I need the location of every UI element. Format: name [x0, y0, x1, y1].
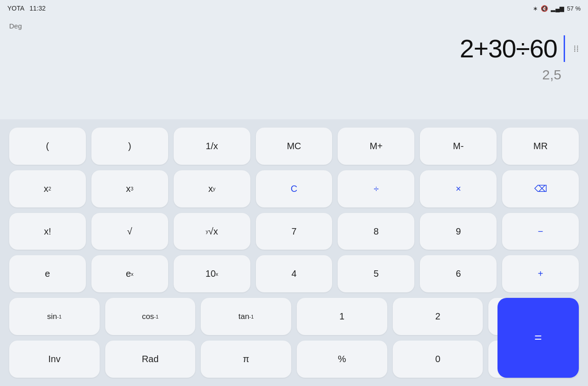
ten-power-button[interactable]: 10x — [174, 255, 250, 292]
cursor — [564, 35, 565, 62]
reciprocal-button[interactable]: 1/x — [174, 128, 250, 165]
menu-button[interactable]: ⁞⁞ — [573, 43, 579, 54]
carrier: YOTA — [7, 5, 24, 12]
key-row-5: Inv Rad π % 0 , — [9, 341, 579, 378]
status-bar: YOTA 11:32 ∗ 🔇 ▂▄▆ 57 % — [0, 0, 588, 17]
battery: 57 % — [567, 5, 581, 12]
inverse-button[interactable]: Inv — [9, 341, 100, 378]
display-area: Deg 2+30÷60 ⁞⁞ 2,5 — [0, 17, 588, 119]
radians-button[interactable]: Rad — [105, 341, 196, 378]
bluetooth-icon: ∗ — [533, 5, 538, 12]
key-row-0: ( ) 1/x MC M+ M- MR — [9, 128, 579, 165]
exp-button[interactable]: ex — [91, 255, 168, 292]
seven-button[interactable]: 7 — [256, 213, 333, 250]
five-button[interactable]: 5 — [338, 255, 414, 292]
multiply-button[interactable]: × — [420, 170, 497, 207]
arctan-button[interactable]: tan-1 — [201, 298, 291, 335]
minus-button[interactable]: − — [502, 213, 579, 250]
pi-button[interactable]: π — [201, 341, 291, 378]
eight-button[interactable]: 8 — [338, 213, 414, 250]
key-row-4: sin-1 cos-1 tan-1 1 2 3 — [9, 298, 579, 335]
signal-icon: ▂▄▆ — [551, 5, 564, 12]
mute-icon: 🔇 — [541, 5, 548, 12]
plus-button[interactable]: + — [502, 255, 579, 292]
status-icons: ∗ 🔇 ▂▄▆ 57 % — [533, 5, 581, 12]
factorial-button[interactable]: x! — [9, 213, 86, 250]
deg-label: Deg — [9, 22, 579, 30]
key-row-2: x! √ y√x 7 8 9 − — [9, 213, 579, 250]
backspace-button[interactable]: ⌫ — [502, 170, 579, 207]
memory-recall-button[interactable]: MR — [502, 128, 579, 165]
zero-button[interactable]: 0 — [393, 341, 483, 378]
percent-button[interactable]: % — [297, 341, 387, 378]
memory-add-button[interactable]: M+ — [338, 128, 414, 165]
square-button[interactable]: x2 — [9, 170, 86, 207]
arcsin-button[interactable]: sin-1 — [9, 298, 100, 335]
two-button[interactable]: 2 — [393, 298, 483, 335]
power-button[interactable]: xy — [174, 170, 250, 207]
memory-sub-button[interactable]: M- — [420, 128, 497, 165]
four-button[interactable]: 4 — [256, 255, 333, 292]
arccos-button[interactable]: cos-1 — [105, 298, 196, 335]
memory-clear-button[interactable]: MC — [256, 128, 333, 165]
one-button[interactable]: 1 — [297, 298, 387, 335]
expression-display: 2+30÷60 — [460, 34, 557, 63]
nth-root-button[interactable]: y√x — [174, 213, 250, 250]
expression-row: 2+30÷60 ⁞⁞ — [9, 34, 579, 63]
divide-button[interactable]: ÷ — [338, 170, 414, 207]
result-display: 2,5 — [9, 67, 579, 83]
cube-button[interactable]: x3 — [91, 170, 168, 207]
time: 11:32 — [29, 5, 45, 12]
clear-button[interactable]: C — [256, 170, 333, 207]
sqrt-button[interactable]: √ — [91, 213, 168, 250]
euler-button[interactable]: e — [9, 255, 86, 292]
nine-button[interactable]: 9 — [420, 213, 497, 250]
key-row-3: e ex 10x 4 5 6 + — [9, 255, 579, 292]
six-button[interactable]: 6 — [420, 255, 497, 292]
keypad: ( ) 1/x MC M+ M- MR x2 x3 xy C ÷ × ⌫ x! … — [0, 119, 588, 386]
open-paren-button[interactable]: ( — [9, 128, 86, 165]
close-paren-button[interactable]: ) — [91, 128, 168, 165]
key-row-1: x2 x3 xy C ÷ × ⌫ — [9, 170, 579, 207]
equals-button-float[interactable]: = — [498, 298, 579, 378]
carrier-time: YOTA 11:32 — [7, 5, 45, 12]
